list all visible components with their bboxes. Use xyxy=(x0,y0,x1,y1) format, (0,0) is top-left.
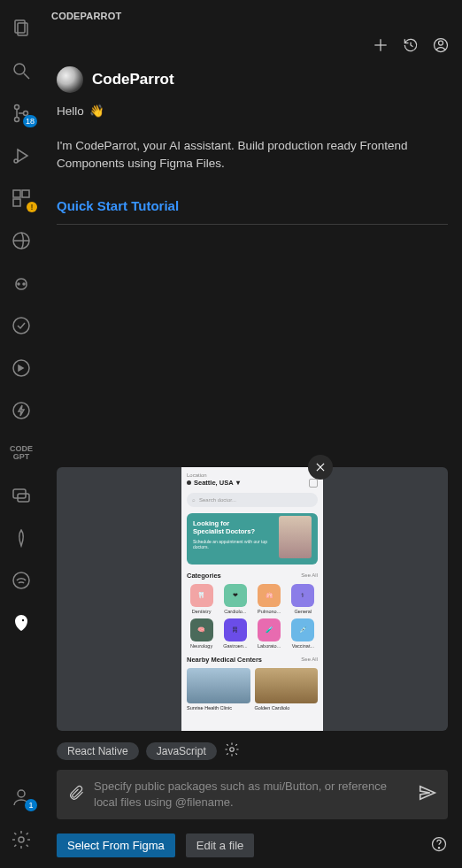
brand-header: CodeParrot xyxy=(57,66,448,93)
svg-point-22 xyxy=(19,837,24,842)
profile-icon[interactable] xyxy=(432,36,450,58)
scm-badge: 18 xyxy=(23,115,37,127)
send-icon[interactable] xyxy=(418,783,437,806)
svg-rect-1 xyxy=(18,23,27,35)
docker-icon[interactable] xyxy=(0,347,42,389)
attach-icon[interactable] xyxy=(67,784,85,805)
explorer-icon[interactable] xyxy=(0,7,42,50)
chip-javascript[interactable]: JavaScript xyxy=(146,742,217,760)
mockup-image: Location Seattle, USA ▾ ⌕Search doctor..… xyxy=(181,467,323,731)
svg-point-20 xyxy=(22,619,24,621)
check-icon[interactable] xyxy=(0,304,42,347)
tab-bar: CODEPARROT xyxy=(42,0,462,31)
svg-point-12 xyxy=(18,283,19,285)
history-icon[interactable] xyxy=(402,36,420,58)
svg-rect-8 xyxy=(13,190,20,197)
svg-line-3 xyxy=(24,73,29,79)
run-debug-icon[interactable] xyxy=(0,134,42,177)
wifi-icon[interactable] xyxy=(0,559,42,602)
thunder-icon[interactable] xyxy=(0,389,42,432)
mongodb-icon[interactable] xyxy=(0,517,42,559)
svg-point-2 xyxy=(14,64,25,74)
svg-rect-10 xyxy=(13,199,20,206)
codeparrot-icon[interactable] xyxy=(0,602,42,644)
codegpt-icon[interactable]: CODE GPT xyxy=(0,432,42,474)
svg-point-16 xyxy=(13,403,29,419)
chat-icon[interactable] xyxy=(0,474,42,517)
svg-point-29 xyxy=(229,747,234,751)
source-control-icon[interactable]: 18 xyxy=(0,92,42,134)
svg-rect-9 xyxy=(22,190,29,197)
svg-point-21 xyxy=(18,790,25,797)
main-pane: CODEPARROT CodeParrot Hello 👋 I'm CodePa… xyxy=(42,0,462,868)
remote-icon[interactable] xyxy=(0,219,42,262)
chip-react-native[interactable]: React Native xyxy=(57,742,139,760)
activity-bar: 18 ! CODE GPT xyxy=(0,0,42,868)
prompt-input[interactable]: Specify public packages such as mui/Butt… xyxy=(57,770,448,819)
svg-point-31 xyxy=(438,847,439,848)
svg-point-14 xyxy=(13,318,29,334)
warning-badge-icon: ! xyxy=(27,202,37,212)
quick-start-link[interactable]: Quick Start Tutorial xyxy=(57,198,448,213)
brand-name: CodeParrot xyxy=(92,71,174,88)
wave-emoji-icon: 👋 xyxy=(89,104,104,118)
search-icon[interactable] xyxy=(0,50,42,92)
svg-point-19 xyxy=(13,572,29,588)
intro-text: I'm CodeParrot, your AI assistant. Build… xyxy=(57,137,448,172)
hello-text: Hello 👋 xyxy=(57,104,448,118)
copilot-icon[interactable] xyxy=(0,262,42,304)
figma-preview: Location Seattle, USA ▾ ⌕Search doctor..… xyxy=(57,467,448,731)
chip-settings-icon[interactable] xyxy=(224,741,240,761)
action-row: Select From Figma Edit a file xyxy=(57,833,448,857)
tab-codeparrot[interactable]: CODEPARROT xyxy=(42,11,130,21)
header-actions xyxy=(42,31,462,58)
accounts-badge: 1 xyxy=(25,799,37,811)
settings-gear-icon[interactable] xyxy=(0,818,42,861)
svg-point-26 xyxy=(439,41,443,45)
plus-icon[interactable] xyxy=(372,36,389,58)
accounts-icon[interactable]: 1 xyxy=(0,776,42,818)
svg-point-13 xyxy=(23,283,25,285)
svg-rect-0 xyxy=(15,20,25,33)
close-preview-button[interactable] xyxy=(308,455,333,480)
svg-point-5 xyxy=(15,118,19,122)
extensions-icon[interactable]: ! xyxy=(0,177,42,219)
codeparrot-logo-icon xyxy=(57,66,83,93)
svg-point-4 xyxy=(15,105,19,110)
svg-point-7 xyxy=(14,159,18,163)
select-from-figma-button[interactable]: Select From Figma xyxy=(57,833,175,857)
tech-chips: React Native JavaScript xyxy=(57,741,448,761)
prompt-placeholder: Specify public packages such as mui/Butt… xyxy=(94,779,409,810)
edit-a-file-button[interactable]: Edit a file xyxy=(186,833,254,857)
help-icon[interactable] xyxy=(430,835,448,856)
